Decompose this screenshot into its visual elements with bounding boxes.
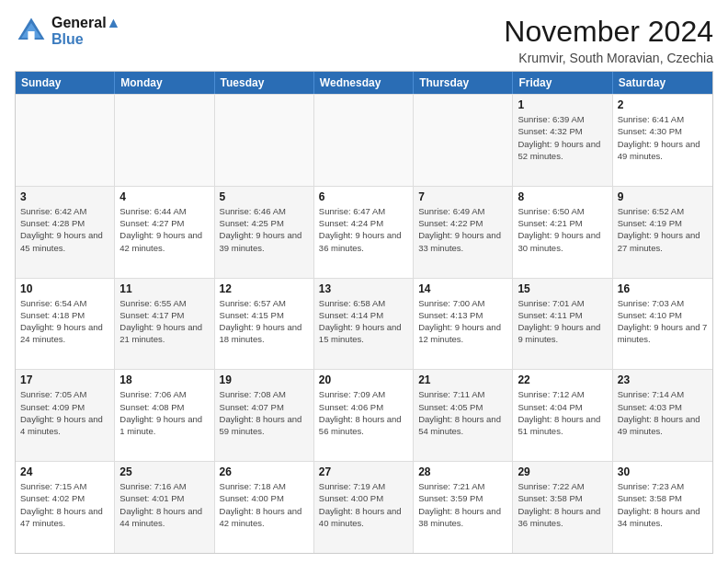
day-number: 7 [418,190,507,203]
calendar-cell [115,95,214,186]
day-number: 11 [119,282,209,295]
calendar-cell: 23Sunrise: 7:14 AM Sunset: 4:03 PM Dayli… [613,370,712,461]
day-number: 30 [618,465,708,478]
day-info: Sunrise: 6:46 AM Sunset: 4:25 PM Dayligh… [220,205,309,254]
day-info: Sunrise: 6:47 AM Sunset: 4:24 PM Dayligh… [319,205,408,254]
calendar-cell: 17Sunrise: 7:05 AM Sunset: 4:09 PM Dayli… [16,370,115,461]
day-of-week-thursday: Thursday [414,72,513,94]
day-number: 14 [418,282,507,295]
calendar-cell: 19Sunrise: 7:08 AM Sunset: 4:07 PM Dayli… [215,370,314,461]
day-info: Sunrise: 6:58 AM Sunset: 4:14 PM Dayligh… [319,297,408,346]
day-info: Sunrise: 7:03 AM Sunset: 4:10 PM Dayligh… [618,297,708,346]
calendar-cell: 6Sunrise: 6:47 AM Sunset: 4:24 PM Daylig… [314,187,414,278]
calendar-cell: 8Sunrise: 6:50 AM Sunset: 4:21 PM Daylig… [513,187,612,278]
calendar-cell [414,95,513,186]
calendar-cell [314,95,414,186]
day-of-week-friday: Friday [513,72,612,94]
day-info: Sunrise: 7:21 AM Sunset: 3:59 PM Dayligh… [418,480,507,529]
calendar-cell [16,95,115,186]
day-number: 1 [518,98,607,111]
day-number: 13 [319,282,408,295]
calendar-cell: 22Sunrise: 7:12 AM Sunset: 4:04 PM Dayli… [513,370,612,461]
calendar-cell: 21Sunrise: 7:11 AM Sunset: 4:05 PM Dayli… [414,370,513,461]
calendar-cell: 24Sunrise: 7:15 AM Sunset: 4:02 PM Dayli… [16,462,115,553]
day-info: Sunrise: 7:16 AM Sunset: 4:01 PM Dayligh… [119,480,209,529]
location: Krumvir, South Moravian, Czechia [504,51,713,65]
calendar-cell: 13Sunrise: 6:58 AM Sunset: 4:14 PM Dayli… [314,279,414,370]
day-info: Sunrise: 7:06 AM Sunset: 4:08 PM Dayligh… [119,388,209,437]
header: General▲ Blue November 2024 Krumvir, Sou… [15,15,713,65]
calendar-cell: 9Sunrise: 6:52 AM Sunset: 4:19 PM Daylig… [613,187,712,278]
day-number: 2 [618,98,708,111]
day-info: Sunrise: 6:39 AM Sunset: 4:32 PM Dayligh… [518,113,607,162]
logo-icon [15,15,48,48]
logo: General▲ Blue [15,15,120,48]
day-number: 8 [518,190,607,203]
calendar-cell: 28Sunrise: 7:21 AM Sunset: 3:59 PM Dayli… [414,462,513,553]
logo-text: General▲ Blue [51,15,120,47]
page: General▲ Blue November 2024 Krumvir, Sou… [0,0,728,563]
calendar-week-2: 3Sunrise: 6:42 AM Sunset: 4:28 PM Daylig… [16,186,712,278]
day-number: 10 [20,282,109,295]
day-number: 28 [418,465,507,478]
day-info: Sunrise: 6:52 AM Sunset: 4:19 PM Dayligh… [618,205,708,254]
calendar-cell: 16Sunrise: 7:03 AM Sunset: 4:10 PM Dayli… [613,279,712,370]
calendar-week-1: 1Sunrise: 6:39 AM Sunset: 4:32 PM Daylig… [16,94,712,186]
calendar-cell: 12Sunrise: 6:57 AM Sunset: 4:15 PM Dayli… [215,279,314,370]
day-number: 20 [319,373,408,386]
calendar-cell: 20Sunrise: 7:09 AM Sunset: 4:06 PM Dayli… [314,370,414,461]
day-info: Sunrise: 7:09 AM Sunset: 4:06 PM Dayligh… [319,388,408,437]
day-info: Sunrise: 7:05 AM Sunset: 4:09 PM Dayligh… [20,388,109,437]
day-number: 25 [119,465,209,478]
day-info: Sunrise: 7:00 AM Sunset: 4:13 PM Dayligh… [418,297,507,346]
calendar-week-4: 17Sunrise: 7:05 AM Sunset: 4:09 PM Dayli… [16,369,712,461]
day-number: 6 [319,190,408,203]
day-info: Sunrise: 7:15 AM Sunset: 4:02 PM Dayligh… [20,480,109,529]
day-number: 29 [518,465,607,478]
calendar-cell: 5Sunrise: 6:46 AM Sunset: 4:25 PM Daylig… [215,187,314,278]
day-number: 5 [220,190,309,203]
calendar-cell: 25Sunrise: 7:16 AM Sunset: 4:01 PM Dayli… [115,462,214,553]
day-of-week-saturday: Saturday [613,72,712,94]
day-number: 3 [20,190,109,203]
title-block: November 2024 Krumvir, South Moravian, C… [504,15,713,65]
calendar-cell: 29Sunrise: 7:22 AM Sunset: 3:58 PM Dayli… [513,462,612,553]
day-info: Sunrise: 6:42 AM Sunset: 4:28 PM Dayligh… [20,205,109,254]
day-info: Sunrise: 6:57 AM Sunset: 4:15 PM Dayligh… [220,297,309,346]
day-number: 26 [220,465,309,478]
day-number: 18 [119,373,209,386]
day-of-week-wednesday: Wednesday [314,72,414,94]
day-number: 21 [418,373,507,386]
day-of-week-tuesday: Tuesday [215,72,314,94]
day-info: Sunrise: 6:55 AM Sunset: 4:17 PM Dayligh… [119,297,209,346]
calendar-week-3: 10Sunrise: 6:54 AM Sunset: 4:18 PM Dayli… [16,278,712,370]
calendar-header: SundayMondayTuesdayWednesdayThursdayFrid… [16,72,712,94]
day-number: 22 [518,373,607,386]
day-number: 27 [319,465,408,478]
calendar-cell: 14Sunrise: 7:00 AM Sunset: 4:13 PM Dayli… [414,279,513,370]
month-title: November 2024 [504,15,713,49]
calendar-cell: 4Sunrise: 6:44 AM Sunset: 4:27 PM Daylig… [115,187,214,278]
day-info: Sunrise: 7:08 AM Sunset: 4:07 PM Dayligh… [220,388,309,437]
day-number: 24 [20,465,109,478]
day-info: Sunrise: 6:41 AM Sunset: 4:30 PM Dayligh… [618,113,708,162]
day-number: 17 [20,373,109,386]
calendar-cell: 7Sunrise: 6:49 AM Sunset: 4:22 PM Daylig… [414,187,513,278]
day-number: 4 [119,190,209,203]
calendar-cell: 10Sunrise: 6:54 AM Sunset: 4:18 PM Dayli… [16,279,115,370]
calendar: SundayMondayTuesdayWednesdayThursdayFrid… [15,71,713,554]
day-info: Sunrise: 7:01 AM Sunset: 4:11 PM Dayligh… [518,297,607,346]
calendar-cell: 2Sunrise: 6:41 AM Sunset: 4:30 PM Daylig… [613,95,712,186]
day-of-week-monday: Monday [115,72,214,94]
day-info: Sunrise: 7:14 AM Sunset: 4:03 PM Dayligh… [618,388,708,437]
calendar-cell: 30Sunrise: 7:23 AM Sunset: 3:58 PM Dayli… [613,462,712,553]
calendar-cell: 11Sunrise: 6:55 AM Sunset: 4:17 PM Dayli… [115,279,214,370]
calendar-cell [215,95,314,186]
calendar-cell: 18Sunrise: 7:06 AM Sunset: 4:08 PM Dayli… [115,370,214,461]
calendar-cell: 26Sunrise: 7:18 AM Sunset: 4:00 PM Dayli… [215,462,314,553]
day-info: Sunrise: 6:44 AM Sunset: 4:27 PM Dayligh… [119,205,209,254]
day-info: Sunrise: 6:54 AM Sunset: 4:18 PM Dayligh… [20,297,109,346]
calendar-cell: 1Sunrise: 6:39 AM Sunset: 4:32 PM Daylig… [513,95,612,186]
svg-rect-2 [28,31,34,40]
calendar-cell: 3Sunrise: 6:42 AM Sunset: 4:28 PM Daylig… [16,187,115,278]
